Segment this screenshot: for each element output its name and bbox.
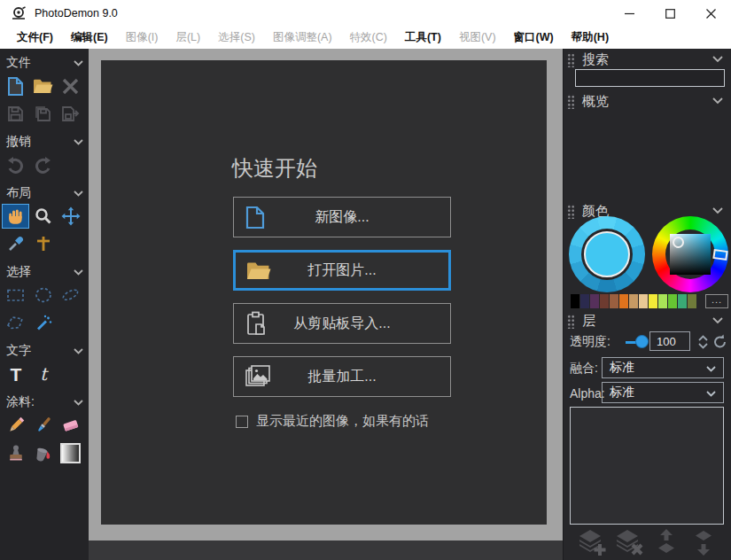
quickstart-title: 快速开始 [232, 154, 317, 183]
layers-panel-header[interactable]: 层 [564, 311, 731, 331]
saturation-value-square[interactable] [670, 234, 711, 275]
add-layer-button[interactable] [577, 529, 607, 556]
palette-swatch[interactable] [590, 294, 599, 308]
section-header-undo[interactable]: 撤销 [0, 128, 89, 152]
color-panel-header[interactable]: 颜色 [564, 201, 731, 221]
show-recent-images-checkbox[interactable]: 显示最近的图像，如果有的话 [236, 413, 429, 430]
ellipse-marquee-icon [35, 286, 52, 304]
canvas[interactable]: 快速开始 新图像... 打开图片... 从剪贴板导入... [101, 60, 547, 525]
new-image-quick-button[interactable]: 新图像... [233, 197, 451, 237]
new-image-button[interactable] [2, 74, 29, 98]
open-image-quick-button[interactable]: 打开图片... [233, 250, 451, 291]
palette-swatch[interactable] [658, 294, 667, 308]
palette-swatch[interactable] [678, 294, 687, 308]
palette-swatch[interactable] [668, 294, 677, 308]
color-harmony-wheel[interactable] [569, 216, 645, 292]
chevron-down-icon[interactable] [712, 56, 723, 63]
palette-swatch[interactable] [639, 294, 648, 308]
chevron-down-icon[interactable] [712, 97, 723, 105]
palette-swatch[interactable] [619, 294, 628, 308]
basic-text-tool[interactable]: T [2, 362, 29, 386]
drag-grip-icon[interactable] [566, 94, 574, 109]
checkbox-box[interactable] [236, 416, 248, 428]
menu-item[interactable]: 编辑(E) [62, 30, 117, 45]
palette-swatch[interactable] [629, 294, 638, 308]
hue-wheel[interactable] [652, 216, 728, 292]
redo-button[interactable] [29, 152, 57, 177]
menu-item[interactable]: 文件(F) [8, 30, 62, 45]
spinner-icon[interactable] [697, 333, 709, 351]
close-button[interactable] [690, 0, 731, 27]
ellipse-select-tool[interactable] [29, 283, 57, 307]
current-color-swatch[interactable] [584, 231, 630, 277]
palette-swatch[interactable] [571, 294, 579, 308]
open-image-button[interactable] [29, 74, 57, 98]
polygon-select-tool[interactable] [2, 310, 29, 335]
alpha-label: Alpha: [570, 386, 605, 401]
slider-knob[interactable] [635, 335, 649, 348]
menu-item[interactable]: 工具(T) [396, 30, 450, 45]
paintbrush-icon [34, 416, 53, 435]
advanced-text-tool[interactable]: t [29, 362, 57, 386]
maximize-button[interactable] [649, 0, 690, 27]
save-as-button[interactable] [57, 101, 84, 126]
drag-grip-icon[interactable] [566, 314, 574, 329]
eraser-tool[interactable] [57, 413, 84, 438]
hue-marker-icon[interactable] [712, 249, 727, 261]
line-select-tool[interactable] [57, 283, 84, 307]
color-picker-tool[interactable] [2, 231, 29, 256]
raise-layer-button[interactable] [651, 529, 681, 556]
import-clipboard-quick-button[interactable]: 从剪贴板导入... [233, 303, 451, 344]
paintbrush-tool[interactable] [29, 413, 57, 438]
reset-icon[interactable] [712, 334, 727, 349]
lower-layer-button[interactable] [688, 529, 719, 556]
magic-wand-tool[interactable] [29, 310, 57, 335]
batch-process-quick-button[interactable]: 批量加工... [233, 356, 451, 397]
delete-layer-button[interactable] [614, 529, 644, 556]
palette-swatch[interactable] [649, 294, 657, 308]
save-copy-button[interactable] [29, 101, 57, 126]
overview-panel-header[interactable]: 概览 [564, 91, 731, 111]
maximize-icon [665, 9, 675, 19]
measure-tool[interactable] [29, 231, 57, 256]
section-header-file[interactable]: 文件 [0, 49, 89, 73]
opacity-slider[interactable] [626, 335, 649, 349]
gradient-tool[interactable] [57, 440, 84, 465]
blend-mode-dropdown[interactable]: 标准 [602, 357, 724, 378]
section-header-paint[interactable]: 涂料: [0, 388, 89, 412]
section-header-layout[interactable]: 布局 [0, 179, 89, 203]
alpha-mode-dropdown[interactable]: 标准 [602, 382, 724, 403]
palette-more-button[interactable]: ... [705, 294, 728, 308]
palette-swatch[interactable] [610, 294, 618, 308]
menu-item[interactable]: 窗口(W) [505, 30, 563, 45]
move-tool[interactable] [57, 204, 84, 229]
drag-grip-icon[interactable] [566, 52, 574, 67]
palette-swatch[interactable] [580, 294, 589, 308]
zoom-tool[interactable] [29, 204, 57, 229]
drag-grip-icon[interactable] [566, 204, 574, 219]
hand-pan-tool[interactable] [2, 204, 29, 229]
chevron-down-icon [74, 348, 83, 354]
fill-bucket-tool[interactable] [29, 440, 57, 465]
layers-list[interactable] [570, 407, 724, 525]
close-image-button[interactable] [57, 74, 84, 98]
section-header-select[interactable]: 选择 [0, 258, 89, 282]
search-input[interactable] [575, 69, 725, 87]
menu-item[interactable]: 帮助(H) [563, 30, 618, 45]
sv-marker-icon[interactable] [673, 237, 684, 248]
chevron-down-icon[interactable] [712, 207, 723, 214]
chevron-down-icon[interactable] [712, 317, 723, 324]
clone-stamp-tool[interactable] [2, 440, 29, 465]
save-button[interactable] [2, 101, 29, 126]
section-header-text[interactable]: 文字 [0, 337, 89, 361]
palette-swatch[interactable] [600, 294, 609, 308]
pencil-tool[interactable] [2, 413, 29, 438]
undo-button[interactable] [2, 152, 29, 177]
opacity-input[interactable] [649, 331, 690, 351]
search-panel-header[interactable]: 搜索 [564, 50, 731, 69]
gradient-icon [60, 443, 81, 463]
palette-swatch[interactable] [688, 294, 696, 308]
minimize-button[interactable] [609, 0, 649, 27]
menubar: 文件(F)编辑(E)图像(I)层(L)选择(S)图像调整(A)特效(C)工具(T… [0, 27, 731, 49]
rect-select-tool[interactable] [2, 283, 29, 307]
